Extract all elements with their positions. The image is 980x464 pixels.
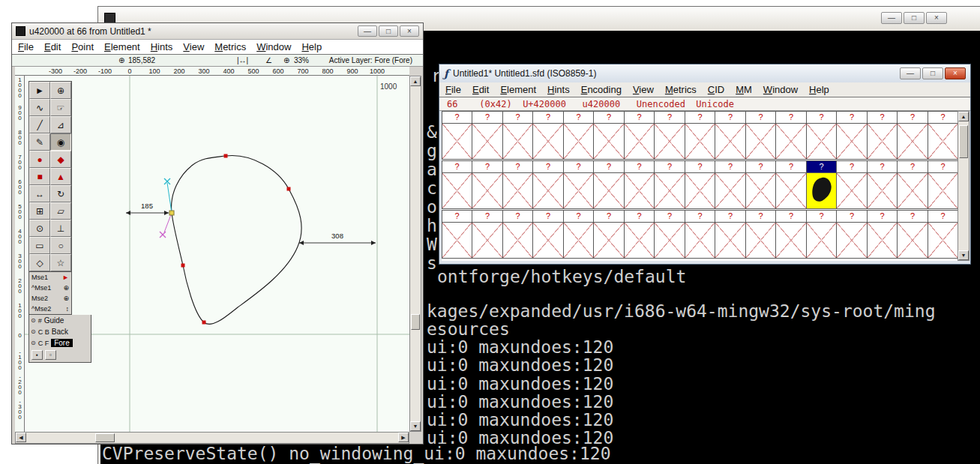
glyph-cell-header[interactable]: ? xyxy=(685,160,715,173)
glyph-cell-header[interactable]: ? xyxy=(502,210,533,223)
glyph-outline[interactable] xyxy=(172,156,302,325)
ge-menu-window[interactable]: Window xyxy=(256,41,291,52)
ge-menu-edit[interactable]: Edit xyxy=(44,41,61,52)
glyph-cell-empty[interactable] xyxy=(685,222,715,259)
ge-menu-element[interactable]: Element xyxy=(104,41,140,52)
glyph-cell-header[interactable]: ? xyxy=(502,111,533,124)
glyph-cell-header[interactable]: ? xyxy=(685,111,715,124)
glyph-cell-header[interactable]: ? xyxy=(472,160,503,173)
scale-tool[interactable]: ⊞ xyxy=(29,202,50,220)
glyph-cell-header[interactable]: ? xyxy=(563,160,594,173)
close-button[interactable]: × xyxy=(926,12,947,24)
freehand-tool[interactable]: ∿ xyxy=(29,99,50,116)
layer-name[interactable]: Guide xyxy=(44,316,64,325)
glyph-cell-header[interactable]: ? xyxy=(442,111,472,124)
glyph-cell-empty[interactable] xyxy=(685,123,715,160)
fv-menu-cid[interactable]: CID xyxy=(708,84,724,95)
glyph-cell-header[interactable]: ? xyxy=(532,111,564,124)
glyph-cell-empty[interactable] xyxy=(502,123,533,160)
glyph-cell-header[interactable]: ? xyxy=(685,210,715,223)
glyph-cell-empty[interactable] xyxy=(654,222,685,259)
selected-point[interactable] xyxy=(169,211,174,215)
glyph-cell-empty[interactable] xyxy=(745,222,776,259)
glyph-cell-empty[interactable] xyxy=(715,222,746,259)
glyph-cell-empty[interactable] xyxy=(836,172,868,209)
glyph-cell-header[interactable]: ? xyxy=(472,210,503,223)
glyph-cell-empty[interactable] xyxy=(654,123,685,160)
star-tool[interactable]: ☆ xyxy=(50,254,71,271)
glyph-cell-header[interactable]: ? xyxy=(624,111,655,124)
glyph-cell-header[interactable]: ? xyxy=(897,111,928,124)
minimize-button[interactable]: — xyxy=(358,25,377,37)
close-button[interactable]: × xyxy=(945,67,966,79)
glyph-cell-header[interactable]: ? xyxy=(928,210,958,223)
scroll-left-button[interactable]: ◀ xyxy=(16,433,26,442)
layer-row-fore[interactable]: ⊙C FFore xyxy=(29,337,91,349)
glyph-cell-header[interactable]: ? xyxy=(775,210,807,223)
fv-menu-element[interactable]: Element xyxy=(500,84,536,95)
glyph-cell-empty[interactable] xyxy=(867,123,898,160)
flip-tool[interactable]: ↔ xyxy=(29,185,50,202)
glyph-cell-header[interactable]: ? xyxy=(867,210,898,223)
glyph-cell-empty[interactable] xyxy=(532,222,564,259)
glyph-cell-header[interactable]: ? xyxy=(502,160,533,173)
glyph-cell-empty[interactable] xyxy=(472,123,503,160)
glyph-cell-empty[interactable] xyxy=(563,172,594,209)
glyph-cell-empty[interactable] xyxy=(532,172,564,209)
glyph-cell-header[interactable]: ? xyxy=(715,160,746,173)
glyph-cell-empty[interactable] xyxy=(867,222,898,259)
glyph-cell-empty[interactable] xyxy=(442,172,472,209)
glyph-cell-header[interactable]: ? xyxy=(928,111,958,124)
glyph-cell-empty[interactable] xyxy=(928,222,958,259)
fv-menu-encoding[interactable]: Encoding xyxy=(581,84,622,95)
fv-menu-mm[interactable]: MM xyxy=(736,84,752,95)
rotate3d-tool[interactable]: ⊙ xyxy=(29,220,50,237)
ge-menu-view[interactable]: View xyxy=(183,41,204,52)
scrollbar-thumb[interactable] xyxy=(959,125,968,158)
fv-menu-hints[interactable]: Hints xyxy=(547,84,570,95)
glyph-cell-header[interactable]: ? xyxy=(472,111,503,124)
glyph-cell-empty[interactable] xyxy=(502,172,533,209)
scroll-right-button[interactable]: ▶ xyxy=(398,433,409,442)
glyph-cell-empty[interactable] xyxy=(806,222,837,259)
glyph-cell-header-selected[interactable]: ? xyxy=(806,160,837,173)
glyph-cell-empty[interactable] xyxy=(472,172,503,209)
grid-vertical-scrollbar[interactable]: ▲ ▼ xyxy=(958,111,970,261)
rotate-tool[interactable]: ↻ xyxy=(50,185,71,202)
glyph-cell-header[interactable]: ? xyxy=(442,160,472,173)
polygon-tool[interactable]: ◇ xyxy=(29,254,50,271)
glyph-cell-empty[interactable] xyxy=(775,172,807,209)
curve-point[interactable] xyxy=(181,264,185,268)
glyph-cell-header[interactable]: ? xyxy=(806,111,837,124)
perspective-tool[interactable]: ⊥ xyxy=(50,220,71,237)
glyph-cell-empty[interactable] xyxy=(442,123,472,160)
glyph-cell-empty[interactable] xyxy=(472,222,503,259)
minimize-button[interactable]: — xyxy=(900,67,921,79)
glyph-cell-empty[interactable] xyxy=(836,123,868,160)
fv-menu-view[interactable]: View xyxy=(633,84,654,95)
fv-menu-window[interactable]: Window xyxy=(763,84,798,95)
glyph-cell-empty[interactable] xyxy=(745,172,776,209)
glyph-cell-empty[interactable] xyxy=(806,123,837,160)
ge-menu-file[interactable]: File xyxy=(18,41,34,52)
curve-point-tool[interactable]: ● xyxy=(29,151,50,168)
maximize-button[interactable]: □ xyxy=(922,67,943,79)
curve-point[interactable] xyxy=(224,154,228,158)
minimize-button[interactable]: — xyxy=(881,12,902,24)
glyph-cell-empty[interactable] xyxy=(897,172,928,209)
layer-visibility-icon[interactable]: ⊙ xyxy=(31,317,36,324)
pointer-tool[interactable]: ► xyxy=(29,82,50,99)
fv-menu-metrics[interactable]: Metrics xyxy=(665,84,697,95)
glyph-cell-header[interactable]: ? xyxy=(593,160,625,173)
scrollbar-thumb[interactable] xyxy=(411,314,420,330)
layer-name[interactable]: Back xyxy=(52,328,68,336)
glyph-cell-empty[interactable] xyxy=(897,123,928,160)
glyph-cell-empty[interactable] xyxy=(928,123,958,160)
glyph-cell-selected[interactable] xyxy=(806,172,837,209)
glyph-cell-header[interactable]: ? xyxy=(563,210,594,223)
ge-menu-help[interactable]: Help xyxy=(301,41,322,52)
scroll-up-button[interactable]: ▲ xyxy=(958,112,969,121)
fv-menu-edit[interactable]: Edit xyxy=(472,84,489,95)
glyph-cell-header[interactable]: ? xyxy=(836,111,868,124)
glyph-cell-empty[interactable] xyxy=(624,172,655,209)
